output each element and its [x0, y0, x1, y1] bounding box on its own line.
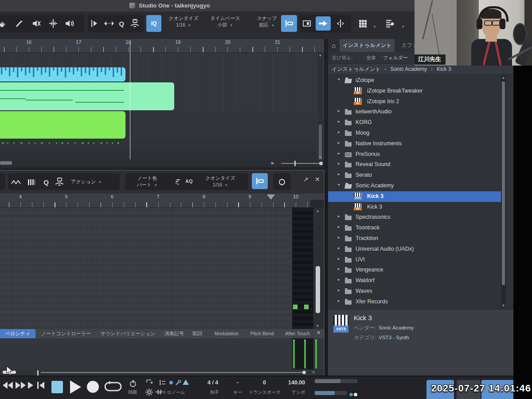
disclosure-collapsed-icon[interactable]: ▸ [338, 140, 340, 145]
playhead[interactable] [130, 43, 130, 159]
tree-item[interactable]: ▸Spectrasonics [328, 212, 502, 223]
pencil-icon[interactable] [14, 18, 25, 29]
loop-button[interactable] [104, 381, 122, 392]
close-icon[interactable]: ✕ [317, 330, 321, 336]
metronome-label[interactable]: メトロノーム [158, 389, 185, 395]
zoom-slider-end[interactable] [319, 162, 323, 165]
disclosure-collapsed-icon[interactable]: ▸ [338, 246, 340, 250]
zoom-slider-track[interactable] [41, 372, 303, 373]
snap-to-cursor-button[interactable] [281, 15, 297, 32]
fast-forward-button[interactable] [15, 382, 26, 389]
keyboard-icon[interactable] [26, 177, 36, 187]
grid-view-icon[interactable] [357, 18, 368, 29]
lane-tab-1[interactable]: ベロシティ [0, 329, 35, 338]
lane-tab-2[interactable]: ノートコントローラー [39, 329, 94, 338]
lane-menu-icon[interactable]: :≡ [311, 370, 315, 375]
tree-item[interactable]: ▸Vengeance [328, 265, 502, 275]
lane-tab-7[interactable]: Pitch Bend [248, 329, 276, 338]
disclosure-collapsed-icon[interactable]: ▸ [338, 267, 340, 271]
editor-horizontal-scrollbar[interactable]: :≡ [0, 369, 324, 376]
record-button[interactable] [87, 381, 99, 393]
tree-item[interactable]: ▸Tracktion [328, 233, 502, 244]
arrange-timeline-ruler[interactable]: 161718192021 [0, 39, 324, 53]
disclosure-collapsed-icon[interactable]: ▸ [338, 277, 340, 282]
scroll-up-icon[interactable]: ▲ [501, 75, 505, 80]
arrange-vertical-scrollbar[interactable]: ▲ ▼ [318, 53, 323, 159]
scroll-up-icon[interactable]: ▲ [316, 209, 320, 213]
chevron-down-icon[interactable]: ▼ [373, 25, 376, 29]
zoom-slider-track[interactable] [281, 163, 322, 164]
timebase-dropdown[interactable]: タイムベース 小節▼ [205, 15, 246, 29]
scroll-down-icon[interactable]: ▼ [316, 324, 320, 328]
disclosure-collapsed-icon[interactable]: ▸ [338, 151, 340, 155]
tree-item[interactable]: ▸UVI [328, 255, 502, 265]
disclosure-collapsed-icon[interactable]: ▸ [338, 225, 340, 229]
track-inspector-icon[interactable] [301, 18, 312, 29]
bend-marker-icon[interactable] [54, 177, 65, 187]
tree-item[interactable]: ▸Waldorf [328, 275, 502, 286]
zoom-slider-end[interactable] [302, 371, 306, 374]
midi-clip-mint[interactable] [0, 82, 174, 110]
scrollbar-thumb[interactable] [316, 266, 320, 313]
action-menu[interactable]: アクション▼ [71, 178, 102, 185]
velocity-zigzag-icon[interactable] [11, 177, 21, 187]
lane-tab-3[interactable]: サウンドバリエーション [99, 329, 156, 338]
return-to-start-button[interactable] [37, 382, 44, 389]
zoom-slider-handle[interactable] [37, 370, 39, 376]
tree-item[interactable]: AUiZotope Iris 2 [328, 97, 502, 107]
stop-button[interactable] [51, 381, 63, 393]
disclosure-collapsed-icon[interactable]: ▸ [338, 108, 340, 113]
lane-tab-6[interactable]: Modulation [212, 329, 241, 338]
tab-instruments[interactable]: インストゥルメント [340, 39, 395, 52]
quantize-q-icon[interactable]: Q [116, 18, 127, 29]
focus-circle-icon[interactable] [277, 177, 287, 187]
tree-item[interactable]: AUiZotope BreakTweaker [328, 86, 502, 97]
disclosure-collapsed-icon[interactable]: ▸ [338, 172, 340, 176]
scroll-up-icon[interactable]: ▲ [318, 53, 322, 57]
split-view-icon[interactable] [335, 18, 346, 29]
velocity-lane[interactable] [0, 338, 324, 369]
mute-tool-icon[interactable] [31, 18, 42, 29]
tree-item[interactable]: ▸Universal Audio (UADx) [328, 244, 502, 255]
tree-item[interactable]: ▸Toontrack [328, 223, 502, 233]
editor-vertical-scrollbar[interactable]: ▲ ▼ [314, 208, 322, 329]
lane-tab-5[interactable]: 歌詞 [191, 329, 204, 338]
breadcrumb-item[interactable]: Sonic Academy [390, 66, 427, 72]
autoscroll-button[interactable] [316, 16, 331, 31]
timestretch-icon[interactable] [104, 18, 114, 29]
metronome-icon[interactable] [183, 380, 189, 385]
gear-icon[interactable] [145, 388, 153, 396]
breadcrumb-item[interactable]: Kick 3 [437, 66, 451, 72]
bend-marker-icon[interactable] [129, 18, 140, 29]
velocity-bar[interactable] [293, 340, 295, 368]
key-value[interactable]: - [237, 380, 239, 386]
tree-item[interactable]: ▸Xfer Records [328, 297, 502, 307]
scroll-down-icon[interactable]: ▼ [501, 303, 505, 308]
tree-item[interactable]: ▸Waves [328, 286, 502, 297]
lane-tab-8[interactable]: After Touch [282, 329, 313, 338]
midi-clip-green[interactable] [0, 111, 125, 139]
disclosure-collapsed-icon[interactable]: ▸ [338, 235, 340, 240]
quantize-dropdown[interactable]: クオンタイズ 1/16▼ [163, 15, 204, 29]
detach-window-icon[interactable]: ↗ [303, 176, 309, 183]
disclosure-collapsed-icon[interactable]: ▸ [338, 161, 340, 166]
nudge-icon[interactable] [90, 18, 100, 29]
track-layout-icon[interactable] [385, 18, 395, 29]
track-lane[interactable] [0, 151, 317, 159]
arrange-horizontal-scrollbar[interactable]: ▶ [0, 159, 324, 167]
close-icon[interactable]: ✕ [315, 176, 320, 183]
disclosure-collapsed-icon[interactable]: ▸ [338, 214, 340, 218]
breadcrumb-item[interactable]: インストゥルメント [332, 66, 381, 73]
zoom-slider-handle[interactable] [294, 161, 296, 166]
browser-scrollbar[interactable]: ▲ ▼ [501, 75, 506, 308]
precount-icon[interactable] [146, 379, 153, 384]
tree-item[interactable]: ▸Native Instruments [328, 139, 502, 149]
disclosure-collapsed-icon[interactable]: ▸ [338, 130, 340, 134]
disclosure-expanded-icon[interactable]: ▾ [338, 77, 340, 81]
aq-toggle[interactable]: AQ [185, 178, 193, 184]
scrollbar-thumb[interactable] [0, 161, 12, 165]
note-color-dropdown[interactable]: ノート色 パート▼ [129, 175, 165, 189]
lane-tab-4[interactable]: 演奏記号 [162, 329, 186, 338]
sync-label[interactable]: 同期 [128, 389, 137, 395]
tree-item[interactable]: ▸Reveal Sound [328, 159, 502, 170]
